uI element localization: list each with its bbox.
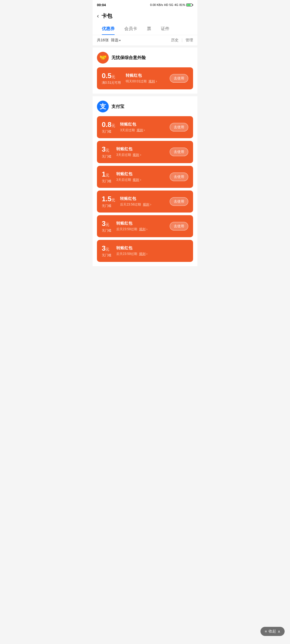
page-title: 卡包 [102,12,112,20]
wuyou-name: 无忧保综合意外险 [111,55,146,61]
rule-link[interactable]: 规则 [137,128,143,132]
coupon-card-alipay-5: 3元 无门槛 转账红包 后天23:59过期 规则 › [97,240,193,262]
filter-bar: 共16张 筛选 ▾ 历史 ｜ 管理 [93,35,197,45]
coupon-card-alipay-0: 0.8元 无门槛 转账红包 3天后过期 规则 › 去使用 [97,116,193,138]
coupon-expire: 后天23:59过期 规则 › [116,252,188,256]
tabs-bar: 优惠券 会员卡 票 证件 [93,23,197,35]
filter-button[interactable]: 筛选 ▾ [111,38,121,43]
alipay-name: 支付宝 [111,104,124,109]
coupon-condition: 无门槛 [102,204,115,208]
network-speed: 0.00 KB/s [150,3,163,6]
filter-left: 共16张 筛选 ▾ [97,38,121,43]
coupon-count: 共16张 [97,38,109,43]
status-bar: 00:04 0.00 KB/s HD 5G 4G 81% [93,0,197,10]
coupon-condition: 无门槛 [102,129,115,134]
rule-link[interactable]: 规则 [143,203,149,206]
5g-icon: 5G [169,3,173,6]
coupon-expire: 3天后过期 规则 › [116,153,170,157]
coupon-type: 转账红包 [120,122,170,127]
status-icons: 0.00 KB/s HD 5G 4G 81% [150,3,193,6]
coupon-amount-area: 0.5元 满0.51元可用 [102,72,121,85]
coupon-amount: 3元 [102,219,111,228]
divider: ｜ [180,38,184,43]
tab-membership[interactable]: 会员卡 [119,23,142,35]
section-header-alipay: 支 支付宝 [97,101,193,112]
rule-link[interactable]: 规则 [139,227,146,231]
hd-icon: HD [164,3,168,6]
coupon-type: 转账红包 [120,196,170,201]
use-button-alipay-2[interactable]: 去使用 [170,173,188,181]
coupon-expire: 明天00:01过期 规则 › [126,79,170,84]
coupon-condition: 无门槛 [102,228,111,233]
tab-coupons[interactable]: 优惠券 [97,23,119,35]
alipay-icon: 支 [100,102,106,111]
coupon-card-alipay-3: 1.5元 无门槛 转账红包 后天23:56过期 规则 › 去使用 [97,191,193,213]
coupon-expire: 3天后过期 规则 › [116,178,170,182]
4g-icon: 4G [174,3,178,6]
coupon-expire: 后天23:59过期 规则 › [116,227,170,232]
rule-link[interactable]: 规则 [139,252,146,256]
coupon-amount: 0.8元 [102,120,115,129]
coupon-type: 转账红包 [116,221,170,226]
use-button-alipay-4[interactable]: 去使用 [170,222,188,230]
status-time: 00:04 [97,3,106,7]
filter-right: 历史 ｜ 管理 [171,38,193,43]
wuyou-logo: 🤝 [97,52,109,64]
coupon-amount: 1元 [102,170,111,178]
battery-icon [186,3,193,6]
coupon-amount: 0.5元 [102,72,121,80]
battery-percent: 81% [179,3,185,6]
use-button-wuyou-0[interactable]: 去使用 [170,74,188,83]
use-button-alipay-0[interactable]: 去使用 [170,123,188,131]
coupon-type: 转账红包 [116,171,170,177]
use-button-alipay-3[interactable]: 去使用 [170,197,188,206]
coupon-amount: 1.5元 [102,195,115,203]
use-button-alipay-1[interactable]: 去使用 [170,148,188,156]
rule-link[interactable]: 规则 [133,178,139,182]
back-button[interactable]: ‹ [97,13,99,20]
coupon-condition: 满0.51元可用 [102,80,121,85]
coupon-condition: 无门槛 [102,179,111,184]
rule-link[interactable]: 规则 [148,79,155,83]
section-header-wuyou: 🤝 无忧保综合意外险 [97,52,193,64]
section-wuyou: 🤝 无忧保综合意外险 0.5元 满0.51元可用 转账红包 明天00:01过期 … [93,47,197,94]
coupon-card-alipay-2: 1元 无门槛 转账红包 3天后过期 规则 › 去使用 [97,166,193,188]
top-nav: ‹ 卡包 [93,10,197,23]
coupon-type: 转账红包 [116,147,170,152]
coupon-card-alipay-4: 3元 无门槛 转账红包 后天23:59过期 规则 › 去使用 [97,215,193,237]
tab-tickets[interactable]: 票 [142,23,156,35]
coupon-amount: 3元 [102,145,111,153]
coupon-card-alipay-1: 3元 无门槛 转账红包 3天后过期 规则 › 去使用 [97,141,193,163]
alipay-logo: 支 [97,101,109,112]
coupon-expire: 后天23:56过期 规则 › [120,202,170,207]
coupon-type: 转账红包 [116,246,188,251]
coupon-expire: 3天后过期 规则 › [120,128,170,133]
wuyou-icon: 🤝 [99,54,107,61]
coupon-type: 转账红包 [126,73,170,78]
coupon-condition: 无门槛 [102,253,111,258]
coupon-info: 转账红包 明天00:01过期 规则 › [121,73,170,84]
history-link[interactable]: 历史 [171,38,179,43]
coupon-amount: 3元 [102,244,111,253]
tab-certificates[interactable]: 证件 [156,23,174,35]
coupon-condition: 无门槛 [102,154,111,159]
chevron-right-icon: › [156,79,157,83]
coupon-card-wuyou-0: 0.5元 满0.51元可用 转账红包 明天00:01过期 规则 › 去使用 [97,67,193,89]
section-alipay: 支 支付宝 0.8元 无门槛 转账红包 3天后过期 规则 › 去使用 3元 无门… [93,96,197,266]
rule-link[interactable]: 规则 [133,153,139,157]
manage-link[interactable]: 管理 [186,38,193,43]
chevron-down-icon: ▾ [119,39,121,42]
